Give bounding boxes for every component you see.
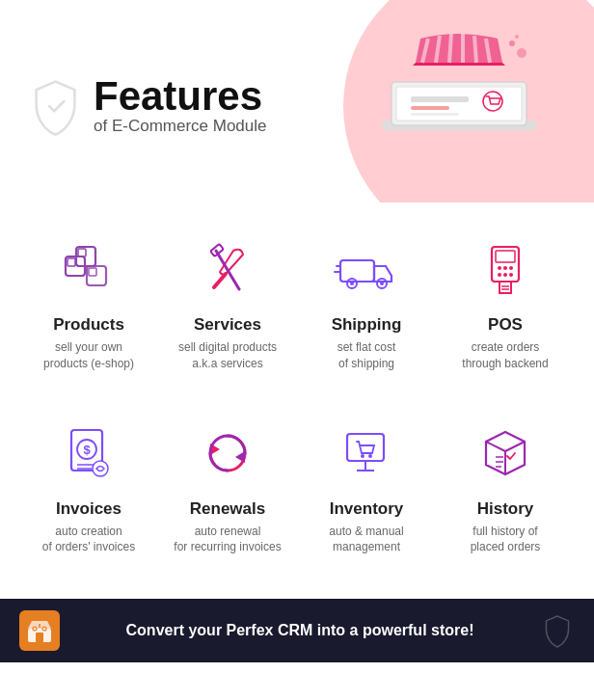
inventory-title: Inventory	[330, 499, 404, 519]
services-icon	[194, 236, 261, 304]
footer-store-icon-box	[19, 610, 60, 651]
history-icon	[472, 420, 539, 488]
shipping-desc: set flat costof shipping	[338, 339, 396, 372]
footer-cta-text: Convert your Perfex CRM into a powerful …	[60, 622, 540, 639]
header-illustration	[353, 29, 565, 183]
header-section: Features of E-Commerce Module	[0, 0, 594, 202]
svg-text:$: $	[83, 443, 91, 457]
svg-rect-15	[78, 249, 86, 256]
products-title: Products	[53, 315, 124, 335]
features-row-2: $ Invoices auto creationof orders' invoi…	[19, 406, 575, 571]
feature-renewals: Renewals auto renewalfor recurring invoi…	[158, 406, 297, 571]
svg-rect-27	[496, 251, 515, 262]
history-title: History	[477, 499, 534, 519]
footer-bar: Convert your Perfex CRM into a powerful …	[0, 599, 594, 662]
inventory-desc: auto & manualmanagement	[329, 524, 403, 556]
feature-invoices: $ Invoices auto creationof orders' invoi…	[19, 406, 158, 571]
feature-history: History full history ofplaced orders	[436, 406, 575, 571]
svg-point-33	[509, 273, 513, 277]
svg-marker-43	[235, 451, 245, 463]
features-row-1: Products sell your ownproducts (e-shop) …	[19, 222, 575, 387]
svg-rect-11	[68, 258, 75, 266]
invoices-title: Invoices	[56, 499, 122, 519]
products-icon	[55, 236, 122, 304]
products-desc: sell your ownproducts (e-shop)	[43, 339, 134, 372]
renewals-title: Renewals	[190, 499, 265, 519]
svg-point-28	[498, 266, 501, 270]
shipping-icon	[333, 236, 400, 304]
svg-rect-4	[411, 106, 449, 110]
svg-rect-44	[347, 434, 384, 461]
features-section: Products sell your ownproducts (e-shop) …	[0, 202, 594, 599]
services-desc: sell digital productsa.k.a services	[178, 339, 277, 372]
svg-point-47	[361, 454, 364, 458]
perfex-shield-icon	[29, 80, 82, 133]
header-text-group: Features of E-Commerce Module	[29, 76, 267, 136]
svg-rect-19	[340, 260, 374, 282]
services-title: Services	[194, 315, 261, 335]
feature-services: Services sell digital productsa.k.a serv…	[158, 222, 297, 387]
svg-point-41	[93, 461, 108, 476]
feature-shipping: Shipping set flat costof shipping	[297, 222, 436, 387]
svg-point-48	[368, 454, 372, 458]
svg-point-31	[498, 273, 501, 277]
svg-point-29	[503, 266, 507, 270]
svg-rect-3	[411, 96, 469, 102]
svg-rect-5	[411, 113, 459, 116]
header-subtitle: of E-Commerce Module	[94, 117, 267, 136]
invoices-desc: auto creationof orders' invoices	[42, 524, 135, 556]
svg-line-16	[214, 274, 226, 287]
header-titles: Features of E-Commerce Module	[94, 76, 267, 136]
feature-inventory: Inventory auto & manualmanagement	[297, 406, 436, 571]
history-desc: full history ofplaced orders	[471, 524, 541, 556]
svg-point-7	[509, 40, 515, 46]
feature-products: Products sell your ownproducts (e-shop)	[19, 222, 158, 387]
svg-point-8	[517, 48, 526, 58]
svg-point-32	[503, 273, 507, 277]
svg-line-50	[486, 442, 505, 451]
renewals-desc: auto renewalfor recurring invoices	[174, 524, 281, 556]
pos-title: POS	[488, 315, 523, 335]
svg-rect-57	[36, 633, 43, 642]
pos-desc: create ordersthrough backend	[462, 339, 548, 372]
svg-point-23	[350, 282, 354, 285]
shipping-title: Shipping	[332, 315, 402, 335]
pos-icon	[472, 236, 539, 304]
renewals-icon	[194, 420, 261, 488]
store-icon	[26, 617, 53, 644]
inventory-icon	[333, 420, 400, 488]
svg-line-51	[505, 442, 525, 451]
svg-point-25	[380, 282, 384, 285]
header-main-title: Features	[94, 76, 267, 117]
svg-point-30	[509, 266, 513, 270]
footer-perfex-logo	[540, 613, 575, 648]
svg-point-9	[515, 35, 519, 39]
store-laptop-svg	[363, 29, 555, 183]
feature-pos: POS create ordersthrough backend	[436, 222, 575, 387]
invoices-icon: $	[55, 420, 122, 488]
svg-rect-13	[89, 268, 96, 276]
